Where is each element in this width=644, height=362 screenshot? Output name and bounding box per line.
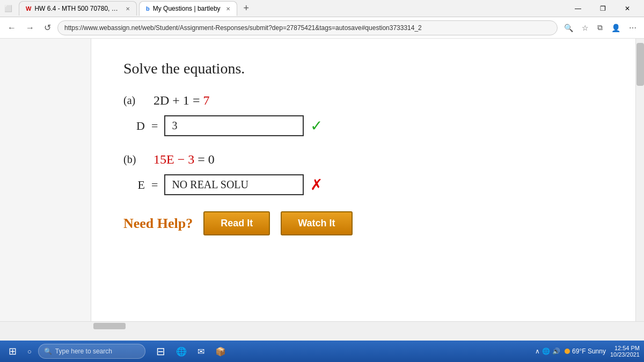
part-label-a: (a)	[123, 94, 145, 107]
date-display: 10/23/2021	[610, 351, 640, 358]
datetime-display: 12:54 PM 10/23/2021	[610, 345, 640, 358]
systray: ∧ 🌐 🔊	[535, 348, 560, 355]
answer-input-b[interactable]	[164, 174, 304, 195]
answer-row-a: D = ✓	[123, 115, 603, 136]
equation-row-a: (a) 2D + 1 = 7	[123, 93, 603, 108]
taskbar: ⊞ ○ 🔍 Type here to search ⊟ 🌐 ✉ 📦 ∧ 🌐 🔊 …	[0, 341, 644, 362]
answer-input-a[interactable]	[164, 115, 304, 136]
star-icon[interactable]: ☆	[579, 21, 592, 34]
watch-it-button[interactable]: Watch It	[281, 211, 352, 235]
tab-hw[interactable]: W HW 6.4 - MTH 500 70780, sectio ✕	[19, 1, 137, 16]
correct-mark-a: ✓	[310, 117, 323, 135]
eq-a-rhs: 7	[203, 93, 209, 107]
profile-icon[interactable]: 👤	[608, 21, 624, 34]
horizontal-scroll-thumb[interactable]	[93, 323, 126, 329]
title-bar: ⬜ W HW 6.4 - MTH 500 70780, sectio ✕ b M…	[0, 0, 644, 17]
var-label-a: D	[123, 119, 145, 133]
search-icon[interactable]: 🔍	[561, 21, 576, 34]
taskbar-app-explorer[interactable]: ⊟	[152, 343, 170, 360]
taskbar-search-placeholder: Type here to search	[55, 348, 112, 355]
restore-button[interactable]: ❐	[590, 0, 615, 17]
tab-favicon-hw: W	[26, 5, 31, 12]
address-input[interactable]	[57, 20, 558, 35]
speaker-icon[interactable]: 🔊	[552, 348, 560, 355]
more-icon[interactable]: ⋯	[626, 21, 640, 34]
taskbar-app-mail[interactable]: ✉	[193, 344, 209, 359]
browser-content: Solve the equations. (a) 2D + 1 = 7 D = …	[0, 39, 644, 321]
page-title: Solve the equations.	[123, 60, 603, 77]
left-sidebar	[0, 39, 91, 321]
taskbar-right: ∧ 🌐 🔊 69°F Sunny 12:54 PM 10/23/2021	[535, 345, 640, 358]
equals-b: =	[151, 178, 158, 192]
close-button[interactable]: ✕	[615, 0, 640, 17]
taskbar-search-box[interactable]: 🔍 Type here to search	[38, 344, 145, 359]
equals-a: =	[151, 119, 158, 133]
equation-row-b: (b) 15E − 3 = 0	[123, 152, 603, 167]
scrollbar-thumb[interactable]	[636, 43, 644, 86]
extensions-icon[interactable]: ⧉	[594, 21, 606, 34]
back-button[interactable]: ←	[4, 21, 19, 35]
equation-text-a: 2D + 1 = 7	[153, 93, 209, 108]
tab-label-hw: HW 6.4 - MTH 500 70780, sectio	[34, 5, 120, 12]
incorrect-mark-b: ✗	[310, 176, 323, 194]
taskbar-search-button[interactable]: ○	[23, 345, 36, 358]
network-icon: 🌐	[542, 348, 550, 355]
tab-close-bartleby[interactable]: ✕	[226, 6, 230, 12]
eq-a-part1: 2D + 1	[153, 93, 189, 107]
need-help-label: Need Help?	[123, 216, 193, 232]
eq-a-equals: =	[193, 93, 203, 107]
problem-a: (a) 2D + 1 = 7 D = ✓	[123, 93, 603, 136]
tab-bartleby[interactable]: b My Questions | bartleby ✕	[139, 1, 237, 16]
taskbar-apps: ⊟ 🌐 ✉ 📦	[152, 343, 230, 360]
taskbar-search-icon: 🔍	[44, 348, 52, 355]
tab-close-hw[interactable]: ✕	[126, 6, 130, 12]
start-button[interactable]: ⊞	[4, 343, 21, 359]
weather-text: 69°F Sunny	[572, 348, 606, 355]
window-icon: ⬜	[4, 5, 12, 12]
equation-text-b: 15E − 3 = 0	[153, 152, 215, 167]
taskbar-app-edge[interactable]: 🌐	[172, 344, 191, 359]
window-controls: — ❐ ✕	[566, 0, 640, 17]
need-help-section: Need Help? Read It Watch It	[123, 211, 603, 235]
chevron-up-icon[interactable]: ∧	[535, 348, 540, 355]
tab-favicon-bartleby: b	[146, 5, 150, 12]
address-bar: ← → ↺ 🔍 ☆ ⧉ 👤 ⋯	[0, 17, 644, 39]
part-label-b: (b)	[123, 153, 145, 166]
var-label-b: E	[123, 178, 145, 192]
answer-row-b: E = ✗	[123, 174, 603, 195]
weather-display: 69°F Sunny	[565, 348, 606, 355]
time-display: 12:54 PM	[610, 345, 640, 351]
problem-b: (b) 15E − 3 = 0 E = ✗	[123, 152, 603, 195]
toolbar-icons: 🔍 ☆ ⧉ 👤 ⋯	[561, 21, 640, 34]
new-tab-button[interactable]: +	[239, 1, 254, 16]
eq-b-lhs: 15E − 3	[153, 152, 194, 166]
forward-button[interactable]: →	[23, 21, 38, 35]
bottom-scrollbar[interactable]	[0, 321, 644, 330]
eq-b-rhs: = 0	[197, 152, 215, 166]
main-content: Solve the equations. (a) 2D + 1 = 7 D = …	[91, 39, 635, 321]
read-it-button[interactable]: Read It	[203, 211, 270, 235]
taskbar-app-store[interactable]: 📦	[211, 344, 230, 359]
minimize-button[interactable]: —	[566, 0, 590, 17]
tab-label-bartleby: My Questions | bartleby	[153, 5, 221, 12]
weather-icon	[565, 349, 570, 354]
refresh-button[interactable]: ↺	[41, 20, 54, 35]
scrollbar-track[interactable]	[635, 39, 644, 321]
